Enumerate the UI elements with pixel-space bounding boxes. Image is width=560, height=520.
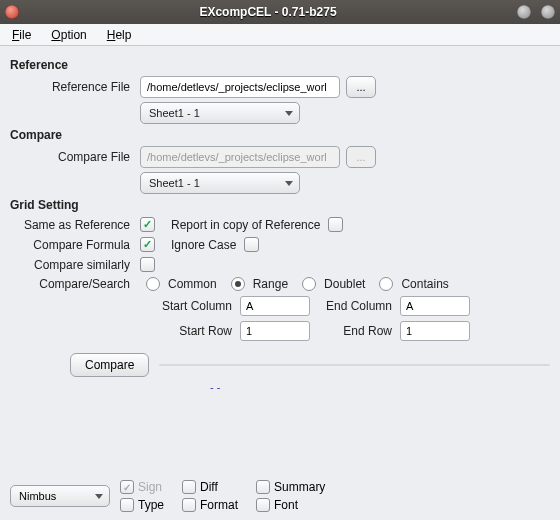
sign-label: Sign xyxy=(138,480,162,494)
reference-browse-button[interactable]: ... xyxy=(346,76,376,98)
summary-checkbox[interactable] xyxy=(256,480,270,494)
start-row-label: Start Row xyxy=(150,324,240,338)
format-checkbox[interactable] xyxy=(182,498,196,512)
reference-sheet-value: Sheet1 - 1 xyxy=(149,107,200,119)
window-titlebar: EXcompCEL - 0.71-b275 xyxy=(0,0,560,24)
compare-sheet-value: Sheet1 - 1 xyxy=(149,177,200,189)
compare-button[interactable]: Compare xyxy=(70,353,149,377)
compare-formula-checkbox[interactable] xyxy=(140,237,155,252)
compare-similarly-checkbox[interactable] xyxy=(140,257,155,272)
type-label: Type xyxy=(138,498,164,512)
radio-doublet-label: Doublet xyxy=(324,277,365,291)
separator xyxy=(159,364,550,366)
radio-doublet[interactable] xyxy=(302,277,316,291)
report-copy-label: Report in copy of Reference xyxy=(171,218,320,232)
theme-select[interactable]: Nimbus xyxy=(10,485,110,507)
type-checkbox[interactable] xyxy=(120,498,134,512)
end-column-label: End Column xyxy=(310,299,400,313)
reference-section-title: Reference xyxy=(10,58,550,72)
radio-range-label: Range xyxy=(253,277,288,291)
theme-value: Nimbus xyxy=(19,490,56,502)
maximize-window-icon[interactable] xyxy=(541,5,555,19)
summary-label: Summary xyxy=(274,480,325,494)
format-label: Format xyxy=(200,498,238,512)
report-copy-checkbox[interactable] xyxy=(328,217,343,232)
menu-option[interactable]: Option xyxy=(43,26,94,44)
compare-file-input xyxy=(140,146,340,168)
radio-common[interactable] xyxy=(146,277,160,291)
start-column-input[interactable] xyxy=(240,296,310,316)
font-label: Font xyxy=(274,498,298,512)
compare-sheet-select[interactable]: Sheet1 - 1 xyxy=(140,172,300,194)
start-row-input[interactable] xyxy=(240,321,310,341)
same-as-reference-label: Same as Reference xyxy=(10,218,140,232)
window-title: EXcompCEL - 0.71-b275 xyxy=(24,5,512,19)
sign-checkbox xyxy=(120,480,134,494)
compare-section-title: Compare xyxy=(10,128,550,142)
minimize-window-icon[interactable] xyxy=(517,5,531,19)
compare-file-label: Compare File xyxy=(10,150,140,164)
same-as-reference-checkbox[interactable] xyxy=(140,217,155,232)
compare-formula-label: Compare Formula xyxy=(10,238,140,252)
reference-file-input[interactable] xyxy=(140,76,340,98)
end-column-input[interactable] xyxy=(400,296,470,316)
compare-browse-button: ... xyxy=(346,146,376,168)
reference-sheet-select[interactable]: Sheet1 - 1 xyxy=(140,102,300,124)
diff-checkbox[interactable] xyxy=(182,480,196,494)
end-row-label: End Row xyxy=(310,324,400,338)
radio-contains-label: Contains xyxy=(401,277,448,291)
close-window-icon[interactable] xyxy=(5,5,19,19)
diff-label: Diff xyxy=(200,480,218,494)
compare-search-label: Compare/Search xyxy=(10,277,140,291)
grid-section-title: Grid Setting xyxy=(10,198,550,212)
compare-similarly-label: Compare similarly xyxy=(10,258,140,272)
radio-range[interactable] xyxy=(231,277,245,291)
menu-bar: File Option Help xyxy=(0,24,560,46)
ignore-case-checkbox[interactable] xyxy=(244,237,259,252)
reference-file-label: Reference File xyxy=(10,80,140,94)
end-row-input[interactable] xyxy=(400,321,470,341)
ignore-case-label: Ignore Case xyxy=(171,238,236,252)
radio-common-label: Common xyxy=(168,277,217,291)
font-checkbox[interactable] xyxy=(256,498,270,512)
menu-help[interactable]: Help xyxy=(99,26,140,44)
radio-contains[interactable] xyxy=(379,277,393,291)
status-dots: - - xyxy=(210,381,550,393)
start-column-label: Start Column xyxy=(150,299,240,313)
menu-file[interactable]: File xyxy=(4,26,39,44)
